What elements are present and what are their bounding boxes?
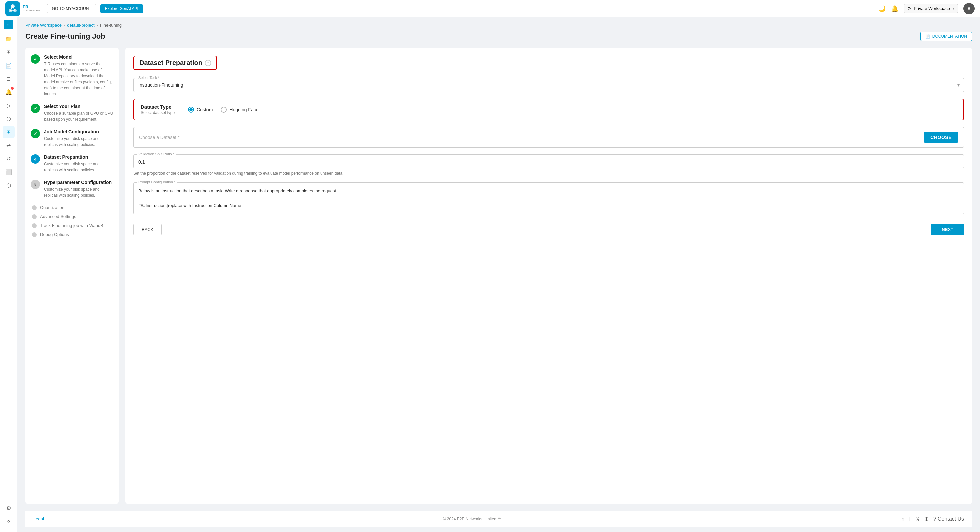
sidebar-item-docs[interactable]: 📄	[3, 59, 15, 71]
step-desc-dataset-preparation: Customize your disk space and replicas w…	[44, 161, 113, 173]
dataset-type-sub: Select dataset type	[141, 110, 175, 115]
footer-social: in f 𝕏 ⊕ ? Contact Us	[900, 516, 964, 522]
step-icon-select-model: ✓	[31, 54, 40, 64]
help-icon[interactable]: ?	[205, 60, 211, 66]
step-icon-select-plan: ✓	[31, 104, 40, 113]
dark-mode-icon[interactable]: 🌙	[878, 5, 886, 12]
go-to-myaccount-button[interactable]: GO TO MYACCOUNT	[47, 4, 96, 13]
user-avatar[interactable]: A	[963, 3, 975, 14]
documentation-button[interactable]: 📄 DOCUMENTATION	[920, 32, 972, 41]
breadcrumb-workspace[interactable]: Private Workspace	[25, 23, 62, 28]
step-title-select-model: Select Model	[44, 54, 113, 60]
radio-custom-label: Custom	[197, 107, 213, 112]
select-task-wrapper[interactable]: Select Task * Instruction-Finetuning ▾	[133, 78, 964, 92]
sidebar-item-run[interactable]: ▷	[3, 99, 15, 111]
logo: TIR AI PLATFORM	[5, 2, 40, 16]
breadcrumb: Private Workspace › default-project › Fi…	[25, 23, 972, 28]
select-task-group: Select Task * Instruction-Finetuning ▾	[133, 78, 964, 92]
step-desc-select-model: TIR uses containers to serve the model A…	[44, 61, 113, 97]
radio-custom-circle	[188, 107, 194, 113]
sub-dot-wandb	[32, 223, 37, 228]
sub-dot-advanced-settings	[32, 214, 37, 219]
step-title-select-plan: Select Your Plan	[44, 104, 113, 109]
validation-split-value: 0.1	[134, 155, 964, 168]
sub-label-debug: Debug Options	[40, 232, 69, 237]
sub-dot-debug	[32, 233, 37, 237]
prompt-config-group: Prompt Configuration * Below is an instr…	[133, 182, 964, 214]
rss-icon[interactable]: ⊕	[924, 516, 929, 522]
main-panel: Dataset Preparation ? Select Task * Inst…	[125, 48, 972, 504]
panel-title: Dataset Preparation	[139, 59, 202, 67]
validation-split-label: Validation Split Ratio *	[137, 152, 176, 156]
app-header: TIR AI PLATFORM GO TO MYACCOUNT Explore …	[0, 0, 980, 18]
linkedin-icon[interactable]: in	[900, 516, 904, 522]
radio-hugging-face-label: Hugging Face	[229, 107, 258, 112]
step-icon-hyperparameter-config: 5	[31, 180, 40, 189]
prompt-config-label: Prompt Configuration *	[137, 180, 177, 184]
step-icon-dataset-preparation: 4	[31, 155, 40, 164]
sub-item-quantization: Quantization	[32, 205, 113, 210]
prompt-line1: Below is an instruction that describes a…	[138, 187, 959, 195]
step-job-model-config: ✓ Job Model Configuration Customize your…	[31, 129, 113, 148]
workspace-selector[interactable]: ⊙ Private Workspace ▾	[904, 4, 958, 13]
sidebar-item-nodes[interactable]: ⬡	[3, 113, 15, 125]
step-select-plan: ✓ Select Your Plan Choose a suitable pla…	[31, 104, 113, 122]
legal-link[interactable]: Legal	[33, 516, 44, 521]
sidebar-item-container[interactable]: ⬜	[3, 166, 15, 178]
sidebar-bottom: ⚙ ?	[3, 501, 15, 529]
twitter-icon[interactable]: 𝕏	[915, 516, 920, 522]
sidebar: » 📁 ⊞ 📄 ⊟ 🔔 ▷ ⬡ ⊞ ⇌ ↺ ⬜ ⬡ ⚙ ?	[0, 18, 18, 532]
dataset-type-radio-group: Custom Hugging Face	[188, 107, 258, 113]
contact-icon: ?	[933, 516, 936, 522]
choose-dataset-row: Choose a Dataset * CHOOSE	[133, 127, 964, 148]
app-layout: Private Workspace › default-project › Fi…	[0, 18, 980, 532]
sidebar-item-refresh[interactable]: ↺	[3, 153, 15, 165]
contact-us-link[interactable]: ? Contact Us	[933, 516, 964, 522]
choose-dataset-placeholder: Choose a Dataset *	[139, 135, 179, 140]
radio-hugging-face-circle	[221, 107, 227, 113]
sidebar-item-package[interactable]: ⬡	[3, 179, 15, 191]
step-title-job-model-config: Job Model Configuration	[44, 129, 113, 134]
sidebar-item-notifications-badge[interactable]: 🔔	[3, 86, 15, 98]
prompt-wrapper[interactable]: Prompt Configuration * Below is an instr…	[133, 182, 964, 214]
step-select-model: ✓ Select Model TIR uses containers to se…	[31, 54, 113, 97]
select-task-arrow-icon: ▾	[957, 82, 960, 88]
sub-item-advanced-settings: Advanced Settings	[32, 214, 113, 219]
radio-hugging-face[interactable]: Hugging Face	[221, 107, 258, 113]
dataset-type-box: Dataset Type Select dataset type Custom …	[133, 99, 964, 120]
page-footer: Legal © 2024 E2E Networks Limited ™ in f…	[25, 511, 972, 527]
select-task-value: Instruction-Finetuning	[134, 78, 964, 92]
step-desc-hyperparameter-config: Customize your disk space and replicas w…	[44, 186, 113, 198]
sidebar-item-finetune[interactable]: ⊞	[3, 126, 15, 138]
sidebar-item-settings[interactable]: ⚙	[3, 502, 15, 514]
breadcrumb-project[interactable]: default-project	[67, 23, 94, 28]
page-title: Create Fine-tuning Job	[25, 32, 105, 41]
sub-label-quantization: Quantization	[40, 205, 64, 210]
sidebar-item-dashboard[interactable]: ⊞	[3, 46, 15, 58]
header-icons: 🌙 🔔 ⊙ Private Workspace ▾ A	[878, 3, 975, 14]
radio-custom[interactable]: Custom	[188, 107, 213, 113]
copyright: © 2024 E2E Networks Limited ™	[443, 517, 502, 521]
sidebar-item-help[interactable]: ?	[3, 517, 15, 529]
step-title-dataset-preparation: Dataset Preparation	[44, 155, 113, 160]
sidebar-item-table[interactable]: ⊟	[3, 73, 15, 84]
panel-title-box: Dataset Preparation ?	[133, 56, 217, 70]
back-button[interactable]: BACK	[133, 224, 162, 235]
explore-genai-api-button[interactable]: Explore GenAI API	[100, 4, 143, 13]
sidebar-item-folder[interactable]: 📁	[3, 33, 15, 45]
logo-icon	[5, 2, 20, 16]
next-button[interactable]: NEXT	[931, 224, 964, 235]
sidebar-toggle[interactable]: »	[4, 20, 13, 29]
step-desc-select-plan: Choose a suitable plan of GPU or CPU bas…	[44, 110, 113, 122]
facebook-icon[interactable]: f	[909, 516, 910, 522]
dataset-type-title: Dataset Type	[141, 104, 175, 110]
notifications-icon[interactable]: 🔔	[891, 5, 898, 12]
choose-dataset-button[interactable]: CHOOSE	[924, 132, 958, 143]
sub-dot-quantization	[32, 205, 37, 210]
stepper-panel: ✓ Select Model TIR uses containers to se…	[25, 48, 119, 504]
validation-split-wrapper[interactable]: Validation Split Ratio * 0.1	[133, 155, 964, 168]
validation-split-group: Validation Split Ratio * 0.1 Set the pro…	[133, 155, 964, 176]
doc-icon: 📄	[925, 34, 930, 39]
prompt-content: Below is an instruction that describes a…	[134, 183, 964, 214]
sidebar-item-share[interactable]: ⇌	[3, 139, 15, 151]
